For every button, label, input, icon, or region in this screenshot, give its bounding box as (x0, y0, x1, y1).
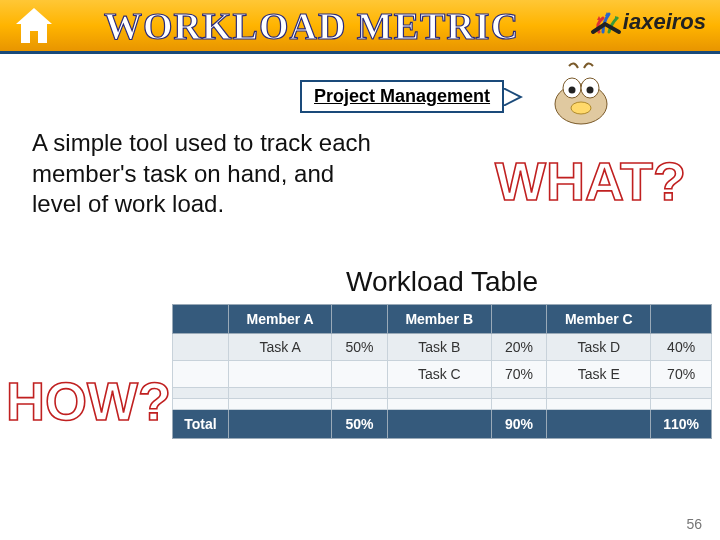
table-row: Task A50%Task B20%Task D40% (173, 334, 712, 361)
description-text: A simple tool used to track each member'… (32, 128, 384, 220)
table-cell (229, 361, 332, 388)
project-management-label: Project Management (300, 80, 504, 113)
table-cell: 50% (332, 334, 388, 361)
table-cell: Task A (229, 334, 332, 361)
table-cell (332, 388, 388, 399)
home-button[interactable] (6, 3, 62, 49)
page-title: WORKLOAD METRIC (104, 4, 519, 48)
table-header-cell (491, 305, 547, 334)
table-cell (491, 388, 547, 399)
table-cell: Task E (547, 361, 651, 388)
brand-text: iaxeiros (623, 9, 706, 35)
table-cell (173, 361, 229, 388)
workload-table: Member AMember BMember C Task A50%Task B… (172, 304, 712, 439)
table-cell: Task B (387, 334, 491, 361)
table-cell (173, 399, 229, 410)
table-header-cell: Member C (547, 305, 651, 334)
table-footer-cell: 110% (651, 410, 712, 439)
table-cell: Task C (387, 361, 491, 388)
table-cell (387, 399, 491, 410)
svg-marker-0 (597, 16, 601, 20)
table-cell (332, 399, 388, 410)
table-title: Workload Table (172, 266, 712, 298)
table-header-cell (173, 305, 229, 334)
table-cell (651, 399, 712, 410)
table-footer-cell: 50% (332, 410, 388, 439)
table-row (173, 388, 712, 399)
table-footer-cell (547, 410, 651, 439)
table-cell: 70% (651, 361, 712, 388)
table-row (173, 399, 712, 410)
table-cell (332, 361, 388, 388)
mascot-icon (544, 60, 618, 128)
arrow-right-icon (503, 88, 523, 106)
table-cell (547, 399, 651, 410)
table-cell (547, 388, 651, 399)
table-cell: 40% (651, 334, 712, 361)
table-footer-cell: 90% (491, 410, 547, 439)
home-icon (12, 5, 56, 47)
table-footer-cell (387, 410, 491, 439)
brand-logo: iaxeiros (585, 2, 706, 42)
svg-point-7 (569, 87, 576, 94)
logo-star-icon (585, 2, 625, 42)
table-header-cell: Member B (387, 305, 491, 334)
table-cell (173, 334, 229, 361)
table-header-cell (651, 305, 712, 334)
page-number: 56 (686, 516, 702, 532)
table-cell (651, 388, 712, 399)
svg-point-8 (587, 87, 594, 94)
project-management-tag: Project Management (300, 80, 523, 113)
table-cell: 20% (491, 334, 547, 361)
table-header-cell (332, 305, 388, 334)
svg-marker-3 (503, 88, 521, 106)
header-bar: WORKLOAD METRIC iaxeiros (0, 0, 720, 54)
table-cell (229, 399, 332, 410)
table-row: Task C70%Task E70% (173, 361, 712, 388)
svg-point-9 (571, 102, 591, 114)
table-footer-cell: Total (173, 410, 229, 439)
table-cell (173, 388, 229, 399)
table-footer-cell (229, 410, 332, 439)
what-heading: WHAT? (495, 150, 686, 212)
table-cell: Task D (547, 334, 651, 361)
table-cell (387, 388, 491, 399)
workload-table-wrap: Workload Table Member AMember BMember C … (172, 266, 712, 439)
table-cell (229, 388, 332, 399)
table-cell (491, 399, 547, 410)
table-header-cell: Member A (229, 305, 332, 334)
how-heading: HOW? (6, 370, 171, 432)
table-cell: 70% (491, 361, 547, 388)
